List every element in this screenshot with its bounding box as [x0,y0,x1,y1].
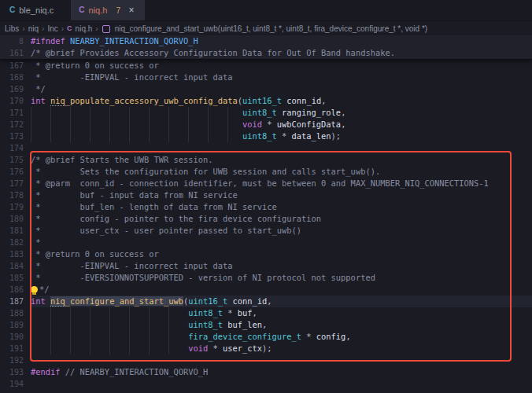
line-number[interactable]: 181 [0,225,31,237]
line-number[interactable]: 161 [0,47,31,59]
line-number[interactable]: 177 [0,178,31,189]
line-number[interactable]: 193 [0,366,31,378]
code-line[interactable]: 185 * -EVERSIONNOTSUPPORTED - version of… [0,272,532,284]
line-number[interactable]: 176 [0,166,31,178]
code-token: ranging_role [282,108,341,117]
line-number[interactable]: 173 [0,130,31,142]
line-number[interactable]: 170 [0,95,31,107]
code-line[interactable]: 172void * uwbConfigData, [0,119,532,130]
line-number[interactable]: 175 [0,154,31,166]
code-line[interactable]: 192 [0,354,532,366]
lightbulb-icon[interactable] [31,286,38,293]
code-token: * user_ctx - user pointer passed to star… [31,226,301,235]
code-line[interactable]: 193#endif // NEARBY_INTERACTION_QORVO_H [0,366,532,378]
code-token: * buf_len - length of data from NI servi… [31,202,277,211]
code-token: NEARBY_INTERACTION_QORVO_H [70,36,198,46]
line-number[interactable]: 171 [0,107,31,119]
line-number[interactable]: 184 [0,260,31,272]
code-text: */ [31,284,50,296]
line-number[interactable]: 168 [0,72,31,83]
code-token: niq [50,296,65,307]
line-number[interactable]: 179 [0,201,31,213]
code-line[interactable]: 173uint8_t * data_len); [0,130,532,142]
code-line[interactable]: 168 * -EINPVAL - incorrect input data [0,72,532,83]
code-line[interactable]: 174 [0,142,532,154]
code-line[interactable]: 182 * [0,237,532,248]
code-token: /* @brief Starts the UWB TWR session. [31,155,212,164]
line-number[interactable]: 178 [0,189,31,201]
breadcrumb-item-niq[interactable]: niq [28,24,39,33]
line-number[interactable]: 169 [0,83,31,95]
breadcrumb-item-inc[interactable]: Inc [47,24,57,33]
breadcrumb-item-libs[interactable]: Libs [5,24,19,33]
code-token: uint8_t [242,131,277,141]
code-token: , [341,119,345,129]
code-line[interactable]: 181 * user_ctx - user pointer passed to … [0,225,532,237]
breadcrumb-item-file[interactable]: niq.h [76,24,93,33]
line-number[interactable]: 172 [0,119,31,130]
close-icon[interactable]: × [126,5,137,16]
line-number[interactable]: 167 [0,60,31,72]
code-line[interactable]: 169 */ [0,83,532,95]
line-number[interactable]: 192 [0,354,31,366]
line-number[interactable]: 182 [0,237,31,248]
code-line[interactable]: 186*/ [0,284,532,296]
code-text: uint8_t buf_len, [31,319,267,331]
line-number[interactable]: 188 [0,307,31,319]
code-line[interactable]: 187int niq_configure_and_start_uwb(uint1… [0,296,532,307]
breadcrumb-item-symbol[interactable]: niq_configure_and_start_uwb(uint16_t, ui… [115,24,427,33]
code-token: _configure_and_start_uwb [65,296,183,306]
code-line[interactable]: 161/* @brief Provides Accessory Configur… [0,47,532,59]
line-number[interactable]: 186 [0,284,31,296]
line-number[interactable]: 191 [0,343,31,354]
code-token: uint16_t [188,296,227,306]
code-token: void [242,119,262,129]
line-number[interactable]: 194 [0,378,31,390]
line-number[interactable]: 8 [0,35,31,47]
code-text: int niq_configure_and_start_uwb(uint16_t… [31,296,272,307]
line-number[interactable]: 187 [0,296,31,307]
tab-label: ble_niq.c [19,6,54,15]
tab-ble-niq-c[interactable]: C ble_niq.c [2,0,61,20]
code-line[interactable]: 184 * -EINPVAL - incorrect input data [0,260,532,272]
code-line[interactable]: 176 * Sets the configuration for UWB ses… [0,166,532,178]
code-text: * @parm conn_id - connection identifier,… [31,178,489,189]
code-line[interactable]: 170int niq_populate_accessory_uwb_config… [0,95,532,107]
chevron-right-icon: › [41,24,45,33]
code-line[interactable]: 194 [0,378,532,390]
line-number[interactable]: 189 [0,319,31,331]
code-line[interactable]: 183 * @return 0 on success or [0,248,532,260]
indent-guides [31,331,188,343]
line-number[interactable]: 185 [0,272,31,284]
line-number[interactable]: 180 [0,213,31,225]
tab-niq-h[interactable]: C niq.h 7 × [71,0,145,20]
code-line[interactable]: 190fira_device_configure_t * config, [0,331,532,343]
line-number[interactable]: 190 [0,331,31,343]
code-text: * Sets the configuration for UWB session… [31,166,380,178]
code-line[interactable]: 179 * buf_len - length of data from NI s… [0,201,532,213]
code-text: void * user_ctx); [31,343,272,354]
code-token: #endif [31,367,61,376]
code-line[interactable]: 177 * @parm conn_id - connection identif… [0,178,532,189]
code-line[interactable]: 180 * config - pointer to the fira devic… [0,213,532,225]
indent-guides [31,307,188,319]
code-line[interactable]: 8#ifndef NEARBY_INTERACTION_QORVO_H [0,35,532,47]
line-number[interactable]: 183 [0,248,31,260]
problems-count-badge: 7 [116,6,120,15]
code-token: uint8_t [242,108,277,117]
code-editor[interactable]: 8#ifndef NEARBY_INTERACTION_QORVO_H161/*… [0,35,532,393]
code-line[interactable]: 188uint8_t * buf, [0,307,532,319]
code-token: /* @brief Provides Accessory Configurati… [31,48,395,57]
code-area[interactable]: 167 * @return 0 on success or168 * -EINP… [0,60,532,390]
code-token: buf [238,308,253,318]
code-line[interactable]: 167 * @return 0 on success or [0,60,532,72]
chevron-right-icon: › [61,24,65,33]
code-line[interactable]: 191void * user_ctx); [0,343,532,354]
code-text: * @return 0 on success or [31,248,159,260]
code-text: * -EINPVAL - incorrect input data [31,260,232,272]
code-line[interactable]: 171uint8_t ranging_role, [0,107,532,119]
code-line[interactable]: 175/* @brief Starts the UWB TWR session. [0,154,532,166]
code-line[interactable]: 178 * buf - input data from NI service [0,189,532,201]
code-line[interactable]: 189uint8_t buf_len, [0,319,532,331]
line-number[interactable]: 174 [0,142,31,154]
